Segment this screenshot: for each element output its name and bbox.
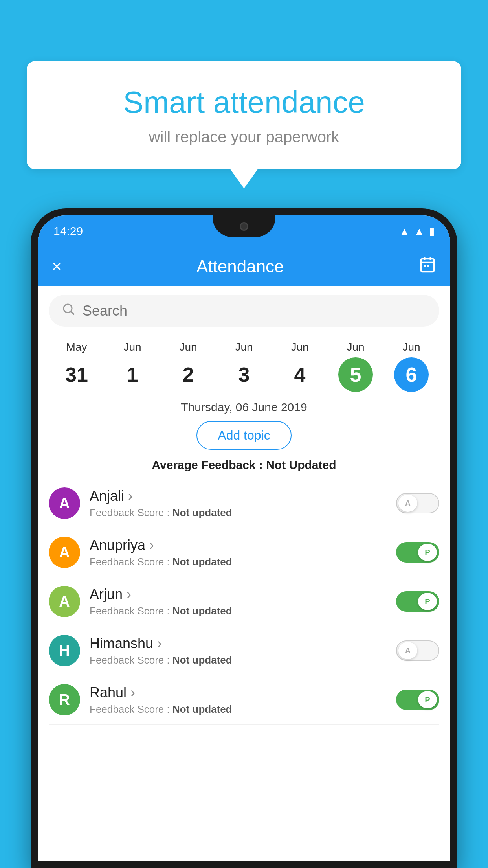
student-name: Rahul	[90, 684, 387, 701]
student-list: AAnjaliFeedback Score : Not updatedAAAnu…	[38, 479, 450, 725]
status-time: 14:29	[53, 224, 83, 238]
date-day[interactable]: 4	[283, 357, 317, 392]
date-item[interactable]: Jun2	[160, 341, 216, 392]
avg-feedback: Average Feedback : Not Updated	[38, 458, 450, 479]
date-day[interactable]: 1	[115, 357, 150, 392]
list-item[interactable]: AAnupriyaFeedback Score : Not updatedP	[49, 528, 439, 577]
avg-feedback-value: Not Updated	[266, 458, 336, 471]
avg-feedback-label: Average Feedback :	[152, 458, 262, 471]
date-item[interactable]: May31	[49, 341, 105, 392]
feedback-score: Feedback Score : Not updated	[90, 605, 387, 617]
student-info: RahulFeedback Score : Not updated	[90, 684, 387, 715]
toggle-switch[interactable]: A	[396, 640, 439, 661]
student-info: AnupriyaFeedback Score : Not updated	[90, 537, 387, 568]
phone-frame: 14:29 ▲ ▲ ▮ × Attendance	[31, 208, 457, 868]
feedback-score: Feedback Score : Not updated	[90, 654, 387, 666]
date-month: Jun	[347, 341, 364, 353]
list-item[interactable]: AArjunFeedback Score : Not updatedP	[49, 577, 439, 626]
avatar: A	[49, 537, 80, 568]
student-info: AnjaliFeedback Score : Not updated	[90, 488, 387, 519]
feedback-score: Feedback Score : Not updated	[90, 507, 387, 519]
toggle-knob: P	[418, 691, 437, 708]
date-month: Jun	[235, 341, 253, 353]
speech-bubble-container: Smart attendance will replace your paper…	[27, 61, 461, 169]
toggle-switch[interactable]: A	[396, 493, 439, 513]
date-day[interactable]: 2	[171, 357, 205, 392]
avatar: A	[49, 586, 80, 617]
date-day[interactable]: 6	[394, 357, 429, 392]
date-day[interactable]: 31	[59, 357, 94, 392]
date-month: Jun	[291, 341, 308, 353]
svg-line-7	[71, 311, 74, 314]
app-bar: × Attendance	[38, 247, 450, 286]
date-month: Jun	[402, 341, 420, 353]
signal-icon: ▲	[414, 225, 424, 237]
date-item[interactable]: Jun6	[383, 341, 439, 392]
date-month: Jun	[179, 341, 197, 353]
student-info: ArjunFeedback Score : Not updated	[90, 586, 387, 617]
close-button[interactable]: ×	[52, 257, 62, 276]
add-topic-button[interactable]: Add topic	[196, 421, 291, 450]
date-day[interactable]: 3	[227, 357, 261, 392]
svg-rect-5	[427, 265, 429, 267]
app-bar-title: Attendance	[62, 257, 419, 276]
list-item[interactable]: HHimanshuFeedback Score : Not updatedA	[49, 626, 439, 675]
date-item[interactable]: Jun3	[216, 341, 272, 392]
notch-cutout	[213, 215, 275, 237]
list-item[interactable]: AAnjaliFeedback Score : Not updatedA	[49, 479, 439, 528]
date-item[interactable]: Jun4	[272, 341, 328, 392]
search-icon	[61, 302, 75, 320]
phone-screen: 14:29 ▲ ▲ ▮ × Attendance	[38, 215, 450, 861]
selected-date-label: Thursday, 06 June 2019	[38, 397, 450, 421]
student-info: HimanshuFeedback Score : Not updated	[90, 635, 387, 666]
attendance-toggle[interactable]: P	[396, 542, 439, 563]
toggle-switch[interactable]: P	[396, 690, 439, 710]
attendance-toggle[interactable]: A	[396, 493, 439, 513]
bubble-subtitle: will replace your paperwork	[46, 128, 442, 146]
svg-rect-4	[424, 265, 426, 267]
status-icons: ▲ ▲ ▮	[400, 225, 435, 237]
bubble-title: Smart attendance	[46, 85, 442, 120]
feedback-score: Feedback Score : Not updated	[90, 556, 387, 568]
date-day[interactable]: 5	[338, 357, 373, 392]
toggle-switch[interactable]: P	[396, 542, 439, 563]
search-input[interactable]	[83, 303, 427, 319]
toggle-knob: P	[418, 544, 437, 561]
search-bar	[49, 295, 439, 327]
attendance-toggle[interactable]: A	[396, 640, 439, 661]
date-month: Jun	[123, 341, 141, 353]
wifi-icon: ▲	[400, 225, 410, 237]
toggle-switch[interactable]: P	[396, 591, 439, 612]
date-month: May	[66, 341, 87, 353]
date-item[interactable]: Jun1	[105, 341, 160, 392]
date-item[interactable]: Jun5	[328, 341, 383, 392]
avatar: H	[49, 635, 80, 666]
student-name: Anupriya	[90, 537, 387, 554]
list-item[interactable]: RRahulFeedback Score : Not updatedP	[49, 675, 439, 725]
feedback-score: Feedback Score : Not updated	[90, 703, 387, 715]
calendar-button[interactable]	[419, 256, 436, 277]
status-bar: 14:29 ▲ ▲ ▮	[38, 215, 450, 247]
attendance-toggle[interactable]: P	[396, 690, 439, 710]
date-strip: May31Jun1Jun2Jun3Jun4Jun5Jun6	[38, 335, 450, 397]
toggle-knob: A	[398, 642, 417, 659]
speech-bubble: Smart attendance will replace your paper…	[27, 61, 461, 169]
avatar: R	[49, 684, 80, 715]
avatar: A	[49, 487, 80, 519]
student-name: Arjun	[90, 586, 387, 603]
toggle-knob: P	[418, 593, 437, 610]
student-name: Anjali	[90, 488, 387, 504]
camera-dot	[240, 222, 248, 231]
battery-icon: ▮	[429, 225, 435, 237]
toggle-knob: A	[398, 495, 417, 512]
attendance-toggle[interactable]: P	[396, 591, 439, 612]
student-name: Himanshu	[90, 635, 387, 652]
